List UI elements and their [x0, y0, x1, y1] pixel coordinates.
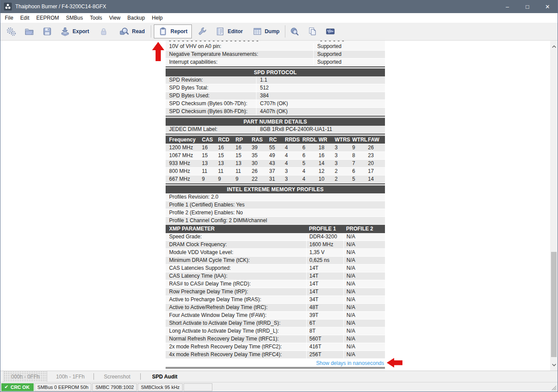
scroll-down-button[interactable]: [550, 361, 558, 368]
dump-button[interactable]: Dump: [251, 25, 281, 38]
timings-row: 1200 MHz16 1616 3955 46 183 926: [166, 144, 385, 152]
editor-icon: [215, 27, 225, 36]
editor-button[interactable]: Editor: [214, 25, 245, 38]
xmp-row: 2x mode Refresh Recovery Delay Time (tRF…: [166, 343, 385, 351]
save-button[interactable]: [41, 25, 54, 38]
menu-smbus[interactable]: SMBus: [62, 14, 87, 22]
export-button[interactable]: Export: [59, 25, 91, 38]
show-delays-link[interactable]: Show delays in nanoseconds: [316, 360, 384, 366]
xmp-row: Short Activate to Activate Delay Time (t…: [166, 320, 385, 327]
editor-label: Editor: [228, 28, 243, 34]
table-row: SPD Bytes Total: 512: [166, 84, 385, 92]
xmp-row: CAS Latencies Supported: 14T N/A: [166, 265, 385, 272]
timings-row: 800 MHz11 1111 2637 34 122 617: [166, 168, 385, 175]
report-button[interactable]: Report: [154, 24, 192, 38]
resize-grip-icon[interactable]: [551, 385, 557, 391]
xmp-row: Minimum DRAM Cycle Time (tCK): 0,625 ns …: [166, 257, 385, 265]
read-label: Read: [132, 28, 145, 34]
status-empty-panel: [184, 383, 212, 391]
app-window: Thaiphoon Burner / F4-3200C14-8GFX – □ ✕…: [0, 0, 558, 392]
menu-edit[interactable]: Edit: [17, 14, 33, 22]
xmp-row: Active to Precharge Delay Time (tRAS): 3…: [166, 296, 385, 304]
read-button[interactable]: Read: [117, 25, 146, 38]
save-icon: [42, 27, 52, 36]
section-divider: [166, 367, 385, 368]
xmp-row: Long Activate to Activate Delay Time (tR…: [166, 327, 385, 335]
status-bar: ✔ CRC OK SMBus 0 EEPROM 50h SMBC 790B:10…: [0, 382, 558, 392]
xmp-row: RAS# to CAS# Delay Time (tRCD): 14T N/A: [166, 280, 385, 288]
crc-status-badge: ✔ CRC OK: [1, 383, 34, 391]
tab-screenshot[interactable]: Screenshot: [94, 371, 140, 382]
status-smbc-panel: SMBC 790B:1002: [92, 383, 137, 391]
window-title: Thaiphoon Burner / F4-3200C14-8GFX: [15, 3, 106, 10]
copy-button[interactable]: [306, 25, 319, 38]
title-bar: Thaiphoon Burner / F4-3200C14-8GFX – □ ✕: [0, 0, 558, 13]
toolbar-separator: [151, 25, 151, 38]
menu-backup[interactable]: Backup: [124, 14, 149, 22]
timings-row: 667 MHz9 99 2231 34 102 514: [166, 175, 385, 183]
tab-100h-1ffh[interactable]: 100h - 1FFh: [47, 371, 94, 382]
xmp-row: Row Precharge Delay Time (tRP): 14T N/A: [166, 288, 385, 296]
check-icon: ✔: [4, 384, 8, 390]
tab-000h-0ffh[interactable]: 000h - 0FFh: [3, 371, 47, 382]
section-header-spd-protocol: SPD PROTOCOL: [166, 69, 385, 76]
annotation-arrow-up: [152, 42, 165, 61]
table-row: SPD Bytes Used: 384: [166, 92, 385, 100]
lock-icon: [99, 27, 108, 36]
table-row: 10V of VHV on A0 pin: Supported: [166, 43, 385, 51]
gears-icon: [7, 27, 16, 36]
menu-bar: File Edit EEPROM SMBus Tools View Backup…: [0, 13, 558, 23]
tab-strip: 000h - 0FFh 100h - 1FFh Screenshot SPD A…: [0, 371, 558, 382]
timings-row: 933 MHz13 1313 3043 45 143 720: [166, 160, 385, 168]
read-icon: [119, 27, 129, 36]
table-row: Profile 1 Channel Config: 2 DIMM/channel: [166, 217, 385, 225]
window-controls: – □ ✕: [497, 0, 558, 13]
xmp-row: Active to Active/Refresh Delay Time (tRC…: [166, 304, 385, 312]
xmp-row: Speed Grade: DDR4-3200 N/A: [166, 233, 385, 241]
menu-help[interactable]: Help: [149, 14, 166, 22]
open-button[interactable]: [23, 25, 36, 38]
settings-button[interactable]: [5, 25, 18, 38]
scrollbar-thumb[interactable]: [551, 252, 557, 357]
scroll-up-button[interactable]: [550, 43, 558, 50]
xmp-row: CAS Latency Time (tAA): 14T N/A: [166, 272, 385, 280]
annotation-arrow-left: [387, 358, 403, 368]
timings-header-row: Frequency CAS RCD RP RAS RC RRDS RRDL WR…: [166, 136, 385, 144]
waveform-button[interactable]: [324, 25, 337, 38]
export-label: Export: [73, 28, 89, 34]
link-row: Show delays in nanoseconds: [166, 359, 385, 367]
xmp-row: Four Activate Window Delay Time (tFAW): …: [166, 312, 385, 320]
vertical-scrollbar[interactable]: [550, 41, 558, 371]
table-row: Negative Temperature Measurements: Suppo…: [166, 51, 385, 58]
close-button[interactable]: ✕: [537, 0, 558, 13]
maximize-button[interactable]: □: [517, 0, 537, 13]
toolbar-separator: [285, 25, 285, 38]
export-icon: [60, 27, 70, 36]
menu-tools[interactable]: Tools: [87, 14, 106, 22]
lock-button[interactable]: [97, 25, 110, 38]
table-row: SPD Checksum (Bytes 80h-FDh): 4A07h (OK): [166, 108, 385, 116]
menu-view[interactable]: View: [106, 14, 124, 22]
report-label: Report: [170, 28, 187, 34]
menu-file[interactable]: File: [1, 14, 17, 22]
clipped-row: [166, 41, 385, 43]
table-row: Interrupt capabilities: Supported: [166, 58, 385, 66]
spd-report: 10V of VHV on A0 pin: Supported Negative…: [166, 41, 385, 368]
table-row: Profiles Revision: 2.0: [166, 193, 385, 201]
verify-button[interactable]: [288, 25, 301, 38]
menu-eeprom[interactable]: EEPROM: [33, 14, 62, 22]
xmp-row: Module VDD Voltage Level: 1,35 V N/A: [166, 249, 385, 257]
table-row: SPD Revision: 1.1: [166, 76, 385, 84]
timings-row: 1067 MHz15 1515 3549 46 163 823: [166, 152, 385, 160]
tools-button[interactable]: [196, 25, 209, 38]
xmp-row: Normal Refresh Recovery Delay Time (tRFC…: [166, 335, 385, 343]
tab-spd-audit[interactable]: SPD Audit: [141, 371, 189, 382]
report-icon: [158, 27, 168, 36]
section-header-part-number: PART NUMBER DETAILS: [166, 118, 385, 126]
app-logo-icon: [4, 3, 12, 10]
status-smbus-panel: SMBus 0 EEPROM 50h: [35, 383, 92, 391]
table-row: Profile 1 (Certified) Enables: Yes: [166, 201, 385, 209]
minimize-button[interactable]: –: [497, 0, 517, 13]
status-smbclock-panel: SMBClock 95 kHz: [138, 383, 183, 391]
dump-icon: [253, 27, 262, 36]
